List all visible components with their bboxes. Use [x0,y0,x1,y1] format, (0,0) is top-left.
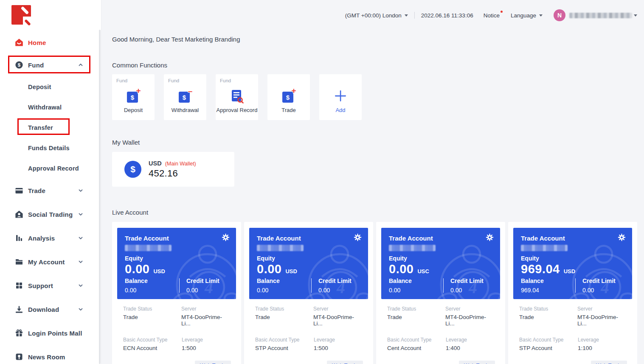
equity-value: 0.00 [389,262,413,276]
support-icon [15,281,23,290]
account-panel: Trade Account Equity 0.00 USD Balance 0.… [117,228,236,299]
shortcut-deposit[interactable]: Fund $+ Deposit [112,74,155,120]
leverage-value: 1:100 [578,345,599,351]
trade-status-value: Trade [255,314,313,320]
web-trade-button[interactable]: Web Trade [327,361,363,364]
sidebar-item-social-trading[interactable]: Social Trading [0,202,101,226]
fund-icon: $ [15,61,23,69]
language-selector[interactable]: Language [511,12,543,19]
shortcut-withdrawal[interactable]: Fund $– Withdrawal [164,74,206,120]
chevron-up-icon [78,62,83,67]
my-account-icon [15,258,23,266]
sidebar-item-label: News Room [28,353,65,361]
home-icon [15,38,23,47]
news-room-icon [15,353,23,361]
server-label: Server [313,306,363,312]
sidebar-item-news-room[interactable]: News Room [0,345,101,364]
web-trade-button[interactable]: Web Trade [195,361,231,364]
sidebar-item-deposit[interactable]: Deposit [0,77,101,97]
main-content: (GMT +00:00) London 2022.06.16 11:33:06 … [102,0,644,364]
sidebar-item-my-account[interactable]: My Account [0,250,101,274]
sidebar-item-trade[interactable]: Trade [0,179,101,202]
wallet-info: USD (Main Wallet) 452.16 [149,160,196,179]
sidebar-item-label: Login Points Mall [28,330,82,337]
brand-logo[interactable] [11,5,31,25]
server-label: Server [181,306,231,312]
trade-status-value: Trade [123,314,181,320]
notice-button[interactable]: Notice [484,12,500,19]
server-value: MT4-DooPrime-Li... [313,314,363,327]
trade-status-value: Trade [519,314,577,320]
account-type-value: STP Account [255,345,314,351]
timezone-selector[interactable]: (GMT +00:00) London [345,12,408,19]
trade-status-label: Trade Status [387,306,445,312]
web-trade-button[interactable]: Web Trade [459,361,495,364]
sidebar-item-login-points-mall[interactable]: Login Points Mall [0,321,101,345]
equity-label: Equity [521,255,624,262]
account-details: Trade Status Trade Server MT4-DooPrime-L… [249,299,368,364]
common-functions-row: Fund $+ Deposit Fund $– Withdrawal Fund … [112,74,637,120]
trade-account-card: Trade Account Equity 969.04 USD Balance … [508,222,637,364]
chevron-down-icon [78,235,83,241]
account-card-title: Trade Account [389,235,492,242]
deposit-icon: $+ [112,88,155,104]
account-panel: Trade Account Equity 0.00 USC Balance 0.… [381,228,500,299]
equity-currency: USD [285,268,297,274]
balance-label: Balance [389,277,443,284]
equity-label: Equity [389,255,492,262]
sidebar-item-transfer[interactable]: Transfer [0,118,101,138]
live-account-title: Live Account [112,209,637,216]
user-menu[interactable]: N [554,9,637,21]
shortcut-label: Add [319,107,362,113]
account-card-title: Trade Account [257,235,360,242]
gear-icon[interactable] [354,233,362,241]
sidebar-item-fund[interactable]: $ Fund [0,53,101,77]
credit-limit-label: Credit Limit [318,277,352,284]
chevron-down-icon [78,307,83,312]
chevron-down-icon [78,212,83,217]
leverage-label: Leverage [314,337,335,343]
sidebar-item-download[interactable]: Download [0,297,101,321]
equity-label: Equity [125,255,228,262]
server-label: Server [577,306,627,312]
live-account-row: Trade Account Equity 0.00 USD Balance 0.… [112,222,637,364]
chevron-down-icon [78,188,83,193]
sidebar-item-approval-record[interactable]: Approval Record [0,158,101,179]
plus-icon [319,88,362,104]
gear-icon[interactable] [618,233,626,241]
datetime-label: 2022.06.16 11:33:06 [421,12,473,19]
withdrawal-icon: $– [164,88,206,104]
gear-icon[interactable] [486,233,494,241]
shortcut-category: Fund [116,78,127,83]
web-trade-button[interactable]: Web Trade [591,361,627,364]
language-label: Language [511,12,536,19]
sidebar-item-funds-details[interactable]: Funds Details [0,138,101,158]
account-number-redacted [389,245,436,251]
wallet-card: $ USD (Main Wallet) 452.16 [112,152,234,187]
trade-status-label: Trade Status [519,306,577,312]
server-value: MT4-DooPrime-Li... [181,314,231,327]
sidebar-item-support[interactable]: Support [0,274,101,297]
account-type-value: STP Account [519,345,578,351]
sidebar-item-home[interactable]: Home [0,32,101,53]
wallet-main-tag: (Main Wallet) [165,161,196,167]
chevron-down-icon [78,283,83,288]
caret-down-icon [634,14,637,17]
topbar: (GMT +00:00) London 2022.06.16 11:33:06 … [112,0,637,31]
gear-icon[interactable] [222,233,230,241]
sidebar-item-label: Analysis [28,235,55,242]
shortcut-add[interactable]: Add [319,74,362,120]
shortcut-trade[interactable]: $+ Trade [267,74,310,120]
account-number-redacted [257,245,304,251]
leverage-value: 1:500 [314,345,335,351]
svg-text:+: + [136,88,141,95]
notice-label: Notice [484,12,500,19]
shortcut-approval-record[interactable]: Fund Approval Record [216,74,258,120]
sidebar-item-analysis[interactable]: Analysis [0,226,101,250]
caret-down-icon [405,14,408,17]
sidebar-item-label: My Account [28,258,65,266]
trade-account-card: Trade Account Equity 0.00 USD Balance 0.… [244,222,373,364]
sidebar-scrollbar[interactable] [99,30,101,364]
analysis-icon [15,234,23,242]
sidebar-item-withdrawal[interactable]: Withdrawal [0,97,101,118]
